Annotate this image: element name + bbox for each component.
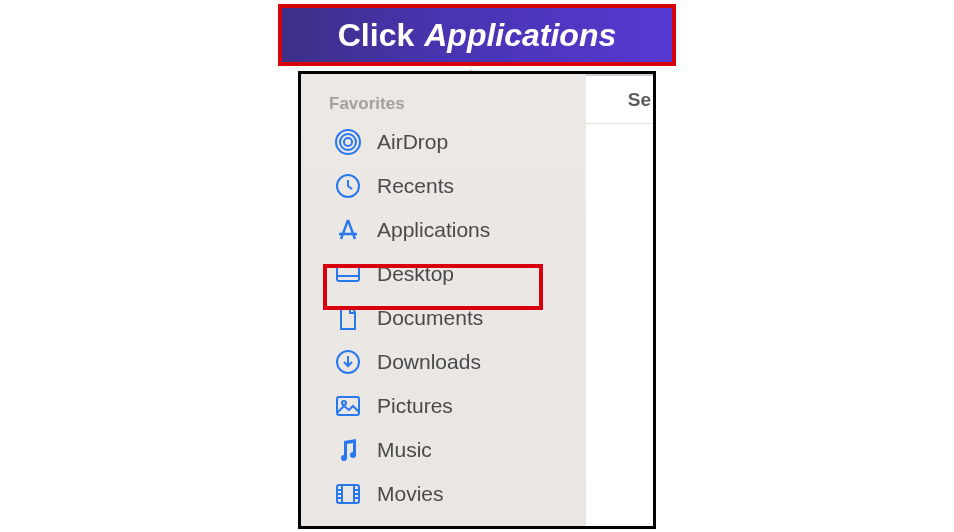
sidebar-item-label: Movies [377,482,444,506]
svg-point-2 [340,134,356,150]
sidebar-item-label: Applications [377,218,490,242]
sidebar-item-label: AirDrop [377,130,448,154]
sidebar-item-label: Desktop [377,262,454,286]
sidebar-item-downloads[interactable]: Downloads [301,340,586,384]
sidebar-item-label: Downloads [377,350,481,374]
sidebar-item-recents[interactable]: Recents [301,164,586,208]
appstore-icon [333,215,363,245]
music-icon [333,435,363,465]
callout-emphasis: Applications [424,17,616,54]
svg-rect-8 [337,397,359,415]
sidebar-item-applications[interactable]: Applications [301,208,586,252]
svg-rect-5 [337,265,359,281]
sidebar-item-label: Recents [377,174,454,198]
sidebar-item-music[interactable]: Music [301,428,586,472]
finder-toolbar: Se [586,76,656,124]
finder-content: Se [586,74,656,526]
sidebar-item-pictures[interactable]: Pictures [301,384,586,428]
download-icon [333,347,363,377]
sidebar-item-airdrop[interactable]: AirDrop [301,120,586,164]
sidebar-item-label: Documents [377,306,483,330]
document-icon [333,303,363,333]
desktop-icon [333,259,363,289]
airdrop-icon [333,127,363,157]
sidebar-item-label: Music [377,438,432,462]
sidebar-item-movies[interactable]: Movies [301,472,586,516]
sidebar-item-documents[interactable]: Documents [301,296,586,340]
pictures-icon [333,391,363,421]
partial-column-text: Se [628,89,651,111]
sidebar-item-desktop[interactable]: Desktop [301,252,586,296]
finder-window: Favorites AirDrop Recents [298,71,656,529]
callout-prefix: Click [338,17,414,54]
svg-point-1 [344,138,352,146]
instruction-callout: Click Applications [278,4,676,66]
favorites-header: Favorites [301,86,586,120]
sidebar-item-label: Pictures [377,394,453,418]
svg-point-9 [342,401,346,405]
clock-icon [333,171,363,201]
icloud-header: iCloud [301,526,586,529]
movies-icon [333,479,363,509]
finder-sidebar: Favorites AirDrop Recents [301,74,586,526]
